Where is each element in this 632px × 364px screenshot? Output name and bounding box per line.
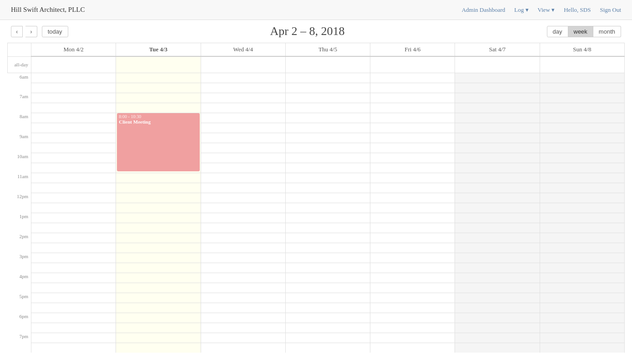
- event-client-meeting[interactable]: 8:00 - 10:30Client Meeting: [117, 113, 199, 171]
- time-cell-8-sun[interactable]: [540, 153, 624, 163]
- time-cell-3-tue[interactable]: [116, 103, 201, 113]
- time-cell-17-tue[interactable]: [116, 243, 201, 253]
- time-cell-20-tue[interactable]: [116, 273, 201, 283]
- time-cell-3-mon[interactable]: [31, 103, 116, 113]
- time-cell-22-sat[interactable]: [455, 293, 540, 303]
- time-cell-20-mon[interactable]: [31, 273, 116, 283]
- time-cell-3-wed[interactable]: [201, 103, 285, 113]
- time-cell-16-wed[interactable]: [201, 233, 285, 243]
- time-cell-1-fri[interactable]: [370, 83, 455, 93]
- time-cell-8-fri[interactable]: [370, 153, 455, 163]
- time-cell-6-mon[interactable]: [31, 133, 116, 143]
- allday-cell-wed[interactable]: [201, 56, 285, 73]
- time-cell-26-mon[interactable]: [31, 333, 116, 343]
- log-dropdown[interactable]: Log ▾: [514, 6, 528, 14]
- time-cell-4-fri[interactable]: [370, 113, 455, 123]
- time-cell-2-sun[interactable]: [540, 93, 624, 103]
- time-cell-7-mon[interactable]: [31, 143, 116, 153]
- time-cell-17-thu[interactable]: [285, 243, 370, 253]
- time-cell-8-sat[interactable]: [455, 153, 540, 163]
- time-cell-10-thu[interactable]: [285, 173, 370, 183]
- time-cell-19-sat[interactable]: [455, 263, 540, 273]
- time-cell-2-thu[interactable]: [285, 93, 370, 103]
- time-cell-6-sun[interactable]: [540, 133, 624, 143]
- time-cell-18-tue[interactable]: [116, 253, 201, 263]
- time-cell-27-fri[interactable]: [370, 343, 455, 353]
- time-cell-14-thu[interactable]: [285, 213, 370, 223]
- time-cell-20-fri[interactable]: [370, 273, 455, 283]
- time-cell-11-sat[interactable]: [455, 183, 540, 193]
- time-cell-3-fri[interactable]: [370, 103, 455, 113]
- time-cell-9-wed[interactable]: [201, 163, 285, 173]
- time-cell-1-wed[interactable]: [201, 83, 285, 93]
- time-cell-10-mon[interactable]: [31, 173, 116, 183]
- time-cell-7-wed[interactable]: [201, 143, 285, 153]
- time-cell-27-sat[interactable]: [455, 343, 540, 353]
- time-cell-4-sun[interactable]: [540, 113, 624, 123]
- time-cell-27-thu[interactable]: [285, 343, 370, 353]
- time-cell-2-sat[interactable]: [455, 93, 540, 103]
- time-cell-19-sun[interactable]: [540, 263, 624, 273]
- time-cell-18-fri[interactable]: [370, 253, 455, 263]
- time-cell-1-tue[interactable]: [116, 83, 201, 93]
- time-cell-17-mon[interactable]: [31, 243, 116, 253]
- time-cell-12-sun[interactable]: [540, 193, 624, 203]
- time-cell-21-sun[interactable]: [540, 283, 624, 293]
- time-cell-8-wed[interactable]: [201, 153, 285, 163]
- time-cell-13-sun[interactable]: [540, 203, 624, 213]
- time-cell-14-wed[interactable]: [201, 213, 285, 223]
- time-cell-9-fri[interactable]: [370, 163, 455, 173]
- time-cell-6-fri[interactable]: [370, 133, 455, 143]
- time-cell-4-wed[interactable]: [201, 113, 285, 123]
- time-cell-1-mon[interactable]: [31, 83, 116, 93]
- time-cell-19-fri[interactable]: [370, 263, 455, 273]
- time-cell-25-thu[interactable]: [285, 323, 370, 333]
- time-cell-12-thu[interactable]: [285, 193, 370, 203]
- time-cell-16-tue[interactable]: [116, 233, 201, 243]
- time-cell-7-fri[interactable]: [370, 143, 455, 153]
- time-cell-27-wed[interactable]: [201, 343, 285, 353]
- time-cell-6-thu[interactable]: [285, 133, 370, 143]
- time-cell-8-thu[interactable]: [285, 153, 370, 163]
- time-cell-14-fri[interactable]: [370, 213, 455, 223]
- time-cell-7-thu[interactable]: [285, 143, 370, 153]
- time-cell-25-fri[interactable]: [370, 323, 455, 333]
- time-cell-10-tue[interactable]: [116, 173, 201, 183]
- time-cell-21-wed[interactable]: [201, 283, 285, 293]
- time-cell-1-thu[interactable]: [285, 83, 370, 93]
- time-cell-18-thu[interactable]: [285, 253, 370, 263]
- time-cell-17-sat[interactable]: [455, 243, 540, 253]
- time-cell-25-mon[interactable]: [31, 323, 116, 333]
- time-cell-5-thu[interactable]: [285, 123, 370, 133]
- time-cell-3-sun[interactable]: [540, 103, 624, 113]
- next-button[interactable]: ›: [25, 26, 37, 37]
- time-cell-23-wed[interactable]: [201, 303, 285, 313]
- time-cell-15-thu[interactable]: [285, 223, 370, 233]
- time-cell-19-tue[interactable]: [116, 263, 201, 273]
- time-cell-14-sun[interactable]: [540, 213, 624, 223]
- time-cell-13-wed[interactable]: [201, 203, 285, 213]
- time-cell-18-sun[interactable]: [540, 253, 624, 263]
- time-cell-10-sun[interactable]: [540, 173, 624, 183]
- time-cell-20-sun[interactable]: [540, 273, 624, 283]
- time-cell-0-mon[interactable]: [31, 73, 116, 83]
- time-cell-16-thu[interactable]: [285, 233, 370, 243]
- time-cell-21-mon[interactable]: [31, 283, 116, 293]
- time-cell-4-thu[interactable]: [285, 113, 370, 123]
- allday-cell-fri[interactable]: [370, 56, 455, 73]
- view-dropdown[interactable]: View ▾: [538, 6, 555, 14]
- time-cell-23-sun[interactable]: [540, 303, 624, 313]
- time-cell-15-tue[interactable]: [116, 223, 201, 233]
- time-cell-12-wed[interactable]: [201, 193, 285, 203]
- time-cell-13-thu[interactable]: [285, 203, 370, 213]
- time-cell-14-sat[interactable]: [455, 213, 540, 223]
- time-cell-19-wed[interactable]: [201, 263, 285, 273]
- time-cell-11-tue[interactable]: [116, 183, 201, 193]
- time-cell-18-wed[interactable]: [201, 253, 285, 263]
- time-cell-23-thu[interactable]: [285, 303, 370, 313]
- time-cell-25-sat[interactable]: [455, 323, 540, 333]
- time-cell-24-tue[interactable]: [116, 313, 201, 323]
- time-cell-2-tue[interactable]: [116, 93, 201, 103]
- time-cell-5-fri[interactable]: [370, 123, 455, 133]
- time-cell-14-mon[interactable]: [31, 213, 116, 223]
